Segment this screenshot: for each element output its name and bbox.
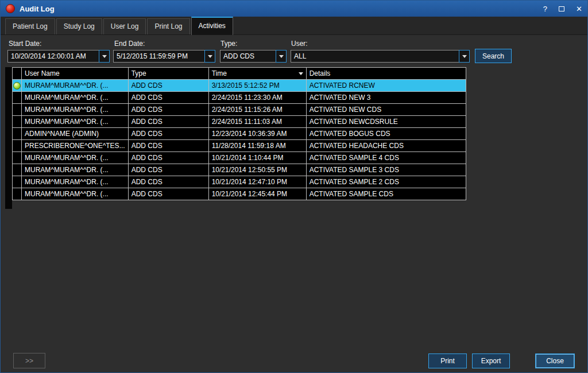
help-icon[interactable]: ? [543,5,547,13]
row-selector-cell[interactable] [13,116,22,128]
app-logo-icon [6,4,15,13]
start-date-label: Start Date: [9,40,41,48]
start-date-dropdown-button[interactable] [99,50,110,63]
table-row[interactable]: MURAM^MURAM^^DR. (... ADD CDS 2/24/2015 … [13,92,466,104]
row-selector-cell[interactable] [13,128,22,140]
column-header-details[interactable]: Details [306,68,466,80]
table-row[interactable]: MURAM^MURAM^^DR. (... ADD CDS 2/24/2015 … [13,104,466,116]
cell-details: ACTIVATED RCNEW [306,80,466,92]
cell-details: ACTIVATED SAMPLE 4 CDS [306,152,466,164]
search-button[interactable]: Search [475,49,512,63]
cell-type: ADD CDS [128,92,208,104]
user-combobox[interactable]: ALL [291,50,470,63]
cell-user-name: MURAM^MURAM^^DR. (... [22,152,129,164]
type-dropdown-button[interactable] [276,50,287,63]
chevron-down-icon [102,55,107,58]
column-header-user-name[interactable]: User Name [22,68,129,80]
type-combobox[interactable]: ADD CDS [220,50,287,63]
end-date-value[interactable]: 5/12/2015 11:59:59 PM [113,50,204,63]
table-row[interactable]: MURAM^MURAM^^DR. (... ADD CDS 10/21/2014… [13,176,466,188]
cell-type: ADD CDS [128,164,208,176]
row-selector-cell[interactable] [13,140,22,152]
cell-time: 10/21/2014 12:50:55 PM [208,164,306,176]
cell-type: ADD CDS [128,128,208,140]
tab-strip: Patient Log Study Log User Log Print Log… [1,17,587,35]
chevron-down-icon [208,55,212,58]
column-header-type[interactable]: Type [128,68,208,80]
cell-type: ADD CDS [128,188,208,200]
end-date-dropdown-button[interactable] [204,50,215,63]
cell-user-name: MURAM^MURAM^^DR. (... [22,116,129,128]
type-value[interactable]: ADD CDS [220,50,276,63]
user-value[interactable]: ALL [291,50,459,63]
cell-time: 2/24/2015 11:23:30 AM [208,92,306,104]
expand-button[interactable]: >> [13,353,45,368]
cell-type: ADD CDS [128,176,208,188]
tab-print-log[interactable]: Print Log [147,18,189,34]
table-row[interactable]: PRESCRIBERONE^ONE^TES... ADD CDS 11/28/2… [13,140,466,152]
row-selector-cell[interactable] [13,92,22,104]
cell-time: 10/21/2014 12:45:44 PM [208,188,306,200]
cell-user-name: MURAM^MURAM^^DR. (... [22,188,129,200]
chevron-down-icon [279,55,284,58]
column-header-time-label: Time [212,69,227,77]
row-selector-cell[interactable] [13,176,22,188]
maximize-icon[interactable] [559,6,564,11]
cell-type: ADD CDS [128,152,208,164]
cell-user-name: PRESCRIBERONE^ONE^TES... [22,140,129,152]
start-date-combobox[interactable]: 10/20/2014 12:00:01 AM [7,50,110,63]
tab-patient-log[interactable]: Patient Log [5,18,55,34]
cell-details: ACTIVATED NEW CDS [306,104,466,116]
cell-user-name: ADMIN^NAME (ADMIN) [22,128,129,140]
table-row[interactable]: ADMIN^NAME (ADMIN) ADD CDS 12/23/2014 10… [13,128,466,140]
row-selector-cell[interactable] [13,152,22,164]
row-selector-cell[interactable] [13,104,22,116]
user-dropdown-button[interactable] [459,50,470,63]
cell-user-name: MURAM^MURAM^^DR. (... [22,164,129,176]
row-selector-cell[interactable] [13,80,22,92]
end-date-combobox[interactable]: 5/12/2015 11:59:59 PM [113,50,215,63]
sort-descending-icon [299,72,303,75]
audit-log-window: Audit Log ? ✕ Patient Log Study Log User… [0,0,588,373]
cell-user-name: MURAM^MURAM^^DR. (... [22,176,129,188]
cell-type: ADD CDS [128,140,208,152]
window-title: Audit Log [20,5,55,13]
audit-table: User Name Type Time Details MURAM^MURAM^… [12,67,466,200]
grid-header-row: User Name Type Time Details [13,68,466,80]
row-selector-cell[interactable] [13,188,22,200]
cell-details: ACTIVATED HEADACHE CDS [306,140,466,152]
tab-study-log[interactable]: Study Log [56,18,102,34]
row-selector-cell[interactable] [13,164,22,176]
cell-details: ACTIVATED NEWCDSRULE [306,116,466,128]
table-row[interactable]: MURAM^MURAM^^DR. (... ADD CDS 10/21/2014… [13,152,466,164]
cell-time: 2/24/2015 11:11:03 AM [208,116,306,128]
table-row[interactable]: MURAM^MURAM^^DR. (... ADD CDS 3/13/2015 … [13,80,466,92]
filter-panel: Start Date: End Date: Type: User: 10/20/… [5,35,583,67]
cell-type: ADD CDS [128,104,208,116]
table-row[interactable]: MURAM^MURAM^^DR. (... ADD CDS 2/24/2015 … [13,116,466,128]
end-date-label: End Date: [114,40,145,48]
cell-details: ACTIVATED BOGUS CDS [306,128,466,140]
grid-left-gutter [5,67,12,209]
tab-user-log[interactable]: User Log [103,18,146,34]
chevron-down-icon [462,55,467,58]
cell-details: ACTIVATED NEW 3 [306,92,466,104]
audit-grid: User Name Type Time Details MURAM^MURAM^… [12,67,466,200]
cell-time: 12/23/2014 10:36:39 AM [208,128,306,140]
table-row[interactable]: MURAM^MURAM^^DR. (... ADD CDS 10/21/2014… [13,164,466,176]
title-bar: Audit Log ? ✕ [1,1,587,17]
start-date-value[interactable]: 10/20/2014 12:00:01 AM [7,50,99,63]
cell-user-name: MURAM^MURAM^^DR. (... [22,92,129,104]
column-header-time[interactable]: Time [208,68,306,80]
cell-time: 2/24/2015 11:15:26 AM [208,104,306,116]
print-button[interactable]: Print [428,353,467,368]
type-label: Type: [220,40,237,48]
table-row[interactable]: MURAM^MURAM^^DR. (... ADD CDS 10/21/2014… [13,188,466,200]
cell-type: ADD CDS [128,80,208,92]
cell-time: 11/28/2014 11:59:18 AM [208,140,306,152]
cell-user-name: MURAM^MURAM^^DR. (... [22,104,129,116]
export-button[interactable]: Export [472,353,510,368]
close-button[interactable]: Close [535,353,575,368]
tab-activities[interactable]: Activities [191,17,233,35]
close-icon[interactable]: ✕ [576,5,582,13]
